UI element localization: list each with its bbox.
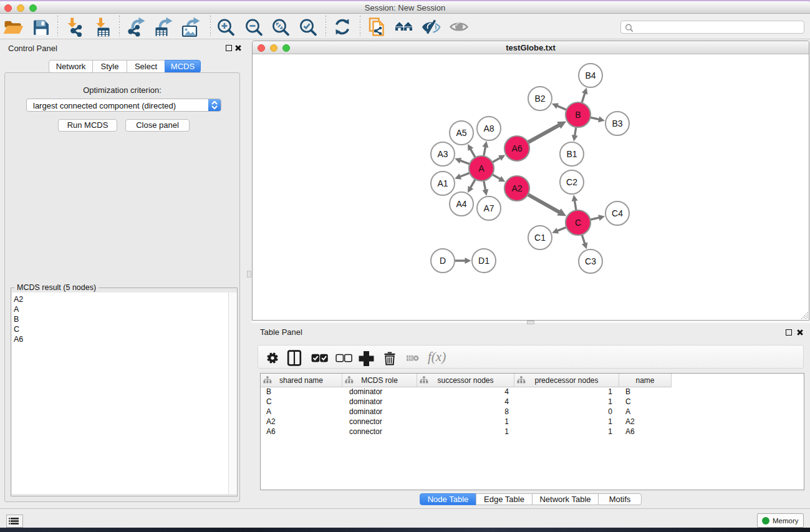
svg-text:A: A: [478, 163, 485, 173]
svg-text:C1: C1: [534, 233, 546, 243]
svg-text:A7: A7: [483, 203, 494, 213]
svg-text:A6: A6: [511, 143, 522, 153]
svg-text:C3: C3: [585, 256, 596, 266]
svg-text:D: D: [440, 256, 446, 266]
svg-text:B4: B4: [585, 70, 595, 80]
svg-text:B1: B1: [566, 149, 577, 159]
svg-text:A2: A2: [511, 183, 522, 193]
svg-text:B: B: [575, 110, 581, 120]
svg-text:A3: A3: [437, 149, 448, 159]
svg-text:A5: A5: [456, 128, 466, 138]
svg-text:C4: C4: [612, 208, 623, 218]
svg-text:B2: B2: [534, 94, 545, 104]
svg-text:C2: C2: [566, 177, 577, 187]
svg-text:A1: A1: [437, 178, 448, 188]
svg-text:B3: B3: [612, 118, 622, 128]
svg-text:A4: A4: [456, 199, 466, 209]
svg-text:D1: D1: [478, 256, 489, 266]
svg-text:A8: A8: [483, 123, 494, 133]
svg-text:C: C: [575, 218, 581, 228]
